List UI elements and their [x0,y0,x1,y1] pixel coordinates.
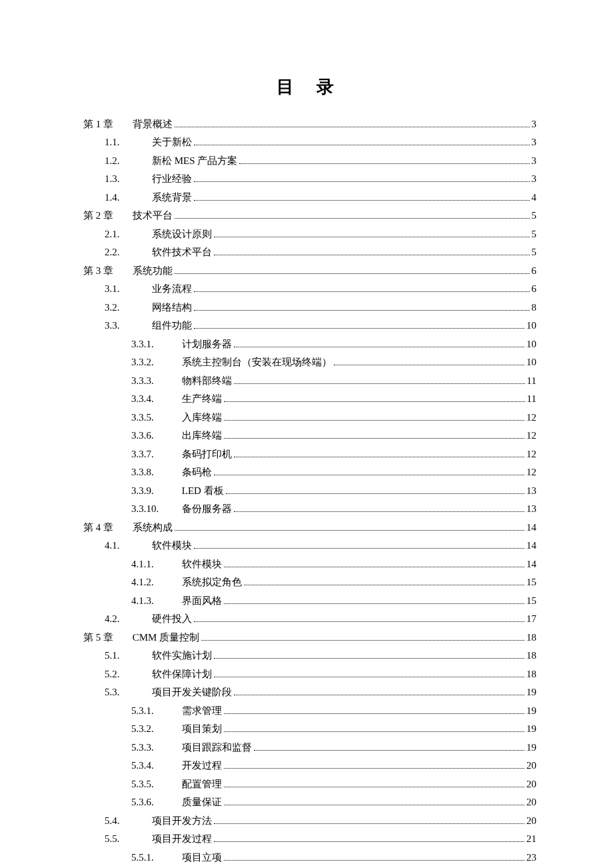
toc-entry-label: 5.3.1. 需求管理 [131,703,222,719]
toc-entry-page: 19 [526,739,536,755]
toc-entry-number: 5.3.6. [131,794,179,810]
toc-leader-dots [224,787,524,787]
toc-entry-label: 第 3 章 系统功能 [83,263,173,279]
toc-entry: 第 3 章 系统功能6 [83,263,536,279]
toc-leader-dots [214,677,524,677]
toc-entry: 3.2. 网络结构8 [83,299,536,315]
toc-leader-dots [224,731,524,732]
toc-entry: 5.5. 项目开发过程21 [83,831,536,847]
toc-entry-text: 系统设计原则 [152,229,212,239]
toc-entry-text: 系统功能 [133,265,173,276]
toc-entry-label: 5.5.1. 项目立项 [131,849,222,865]
toc-entry: 5.2. 软件保障计划18 [83,666,536,682]
toc-leader-dots [175,127,530,127]
toc-entry-text: CMM 质量控制 [133,632,199,643]
toc-entry-label: 3.3.4. 生产终端 [131,391,222,407]
toc-entry-label: 3.3.7. 条码打印机 [131,446,232,462]
toc-entry-text: 业务流程 [152,283,192,294]
toc-leader-dots [194,310,530,311]
toc-entry-page: 3 [532,116,537,132]
toc-entry-text: 网络结构 [152,302,192,313]
toc-leader-dots [214,841,524,842]
toc-entry-number: 5.5.1. [131,849,179,865]
toc-entry-label: 4.2. 硬件投入 [105,611,192,627]
toc-entry-page: 19 [526,703,536,719]
toc-entry: 5.5.1. 项目立项23 [83,849,536,865]
toc-leader-dots [175,218,530,219]
toc-entry-page: 12 [526,427,536,443]
toc-entry-text: 开发过程 [182,760,222,771]
toc-entry-page: 18 [526,629,536,645]
toc-entry: 1.2. 新松 MES 产品方案 3 [83,153,536,169]
toc-entry-page: 13 [526,483,536,499]
toc-leader-dots [194,328,524,329]
toc-entry: 3.3.9. LED 看板13 [83,483,536,499]
toc-entry-number: 4.1.2. [131,574,179,590]
toc-entry-number: 4.2. [105,611,142,627]
toc-entry-text: 软件模块 [182,559,222,569]
toc-entry-page: 13 [526,501,536,517]
toc-leader-dots [224,420,524,421]
toc-entry-number: 3.3.7. [131,446,179,462]
toc-entry-label: 5.2. 软件保障计划 [105,666,212,682]
toc-leader-dots [244,585,524,585]
toc-leader-dots [214,237,530,237]
toc-entry-page: 4 [532,189,537,205]
toc-leader-dots [194,621,524,622]
toc-leader-dots [214,658,524,659]
toc-entry-label: 5.3.4. 开发过程 [131,757,222,773]
toc-entry: 5.3.2. 项目策划19 [83,721,536,737]
toc-entry: 4.2. 硬件投入17 [83,611,536,627]
toc-entry: 4.1. 软件模块14 [83,537,536,553]
toc-entry-text: 入库终端 [182,412,222,423]
toc-entry-label: 1.2. 新松 MES 产品方案 [105,153,237,169]
toc-entry-page: 12 [526,464,536,480]
toc-entry-page: 19 [526,684,536,700]
toc-entry-text: 系统主控制台（安装在现场终端） [182,357,332,367]
toc-entry-number: 2.1. [105,226,142,242]
toc-entry-page: 10 [526,317,536,333]
toc-entry: 3.3.5. 入库终端12 [83,409,536,425]
toc-entry-label: 5.3.3. 项目跟踪和监督 [131,739,252,755]
toc-entry: 第 2 章 技术平台5 [83,207,536,223]
toc-entry-number: 5.3.5. [131,776,179,792]
toc-entry-text: 项目开发方法 [152,815,212,826]
toc-entry-label: 3.3. 组件功能 [105,317,192,333]
toc-entry-number: 5.3.1. [131,703,179,719]
toc-entry-number: 3.3.3. [131,373,179,389]
toc-entry-text: 质量保证 [182,797,222,807]
toc-entry-number: 1.1. [105,134,142,150]
toc-entry-page: 14 [526,519,536,535]
toc-entry-page: 3 [532,153,537,169]
toc-leader-dots [194,291,530,292]
toc-entry-number: 5.3.4. [131,757,179,773]
toc-entry-page: 14 [526,537,536,553]
toc-leader-dots [239,163,529,164]
toc-entry: 4.1.1. 软件模块14 [83,556,536,572]
toc-entry-label: 5.3.6. 质量保证 [131,794,222,810]
toc-entry-label: 5.5. 项目开发过程 [105,831,212,847]
toc-entry-text: 行业经验 [152,173,192,184]
toc-entry-number: 5.4. [105,813,142,829]
toc-leader-dots [254,750,524,751]
toc-entry-number: 5.5. [105,831,142,847]
toc-entry-label: 第 1 章 背景概述 [83,116,173,132]
toc-entry-text: 项目立项 [182,852,222,863]
toc-entry: 5.3.6. 质量保证20 [83,794,536,810]
toc-entry-number: 3.3.6. [131,427,179,443]
toc-entry-text: 新松 MES 产品方案 [152,155,237,166]
toc-entry-label: 3.3.1. 计划服务器 [131,336,232,352]
toc-entry-number: 3.2. [105,299,142,315]
toc-entry-page: 18 [526,666,536,682]
toc-entry-number: 2.2. [105,244,142,260]
toc-leader-dots [234,695,524,695]
toc-entry-page: 23 [526,849,536,865]
toc-entry-label: 5.3.2. 项目策划 [131,721,222,737]
toc-entry-number: 4.1.3. [131,593,179,609]
toc-entry: 2.2. 软件技术平台5 [83,244,536,260]
toc-leader-dots [194,548,524,549]
toc-entry: 4.1.3. 界面风格15 [83,593,536,609]
toc-leader-dots [175,273,530,274]
toc-entry-number: 1.4. [105,189,142,205]
toc-entry-page: 5 [532,207,537,223]
